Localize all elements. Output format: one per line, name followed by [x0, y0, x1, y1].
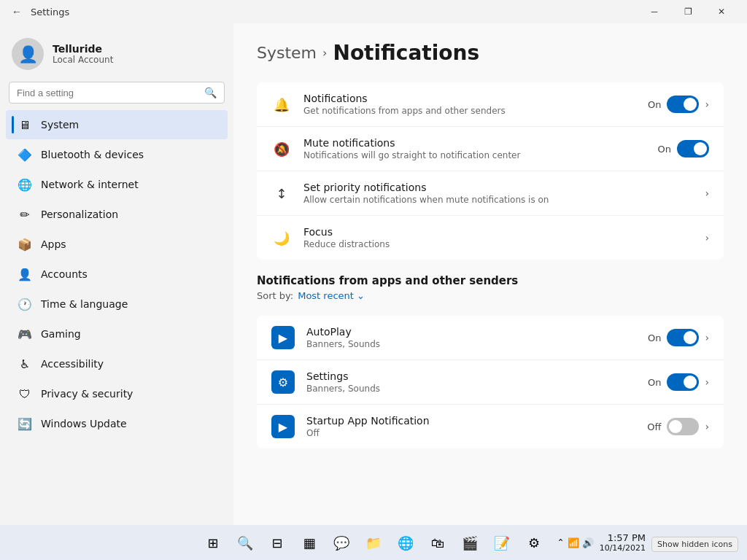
app-icon-settings: ⚙ — [271, 370, 295, 394]
search-box[interactable]: 🔍 — [9, 82, 225, 104]
taskbar-app-explorer[interactable]: 📁 — [359, 528, 388, 557]
app-status-startupapp: Off — [647, 421, 661, 432]
sidebar-item-update[interactable]: 🔄 Windows Update — [6, 409, 228, 438]
row-text-focus: Focus Reduce distractions — [303, 226, 693, 249]
nav-label-bluetooth: Bluetooth & devices — [41, 149, 144, 160]
sidebar-item-system[interactable]: 🖥 System — [6, 110, 228, 139]
nav-label-privacy: Privacy & security — [41, 388, 133, 400]
apps-section-header: Notifications from apps and other sender… — [257, 262, 724, 316]
chevron-icon-priority: › — [705, 187, 709, 199]
sidebar-item-apps[interactable]: 📦 Apps — [6, 230, 228, 259]
sidebar-item-accessibility[interactable]: ♿ Accessibility — [6, 349, 228, 378]
clock-date: 10/14/2021 — [600, 543, 646, 553]
app-right-autoplay: On › — [648, 329, 709, 346]
window-controls: ─ ❐ ✕ — [638, 0, 738, 23]
maximize-button[interactable]: ❐ — [671, 0, 705, 23]
nav-icon-privacy: 🛡 — [18, 386, 32, 401]
row-title-priority: Set priority notifications — [303, 182, 693, 193]
taskbar-app-start[interactable]: ⊞ — [198, 528, 228, 557]
nav-icon-personalization: ✏️ — [18, 207, 32, 222]
app-row-settings[interactable]: ⚙ Settings Banners, Sounds On › — [257, 360, 724, 405]
toggle-mute[interactable] — [677, 140, 709, 158]
app-toggle-startupapp[interactable] — [667, 418, 699, 435]
app-title-settings: Settings — [306, 370, 636, 382]
app-status-settings: On — [648, 377, 661, 388]
taskbar-app-settings2[interactable]: ⚙ — [519, 528, 549, 557]
sidebar-item-accounts[interactable]: 👤 Accounts — [6, 260, 228, 289]
row-title-focus: Focus — [303, 226, 693, 238]
nav-container: 🖥 System 🔷 Bluetooth & devices 🌐 Network… — [0, 109, 233, 439]
sort-dropdown[interactable]: Most recent ⌄ — [298, 290, 365, 301]
sidebar-item-network[interactable]: 🌐 Network & internet — [6, 170, 228, 199]
app-right-startupapp: Off › — [647, 418, 709, 435]
chevron-icon-focus: › — [705, 232, 709, 244]
settings-row-priority[interactable]: ↕ Set priority notifications Allow certa… — [257, 171, 724, 216]
toggle-notifications[interactable] — [667, 96, 699, 113]
taskbar: ⊞🔍⊟▦💬📁🌐🛍🎬📝⚙ ⌃ 📶 🔊 1:57 PM 10/14/2021 Sho… — [0, 525, 747, 560]
nav-icon-system: 🖥 — [18, 117, 32, 132]
app-desc-settings: Banners, Sounds — [306, 384, 636, 394]
row-desc-notifications: Get notifications from apps and other se… — [303, 106, 636, 116]
app-chevron-settings: › — [705, 376, 709, 388]
settings-row-mute[interactable]: 🔕 Mute notifications Notifications will … — [257, 127, 724, 171]
app-toggle-settings[interactable] — [667, 373, 699, 391]
search-input[interactable] — [17, 88, 198, 98]
row-text-mute: Mute notifications Notifications will go… — [303, 137, 646, 160]
minimize-button[interactable]: ─ — [638, 0, 671, 23]
row-icon-priority: ↕ — [271, 183, 292, 203]
app-desc-autoplay: Banners, Sounds — [306, 339, 636, 349]
sort-label: Sort by: — [257, 290, 293, 301]
taskbar-app-store[interactable]: 🛍 — [423, 528, 452, 557]
taskbar-app-chat[interactable]: 💬 — [327, 528, 356, 557]
taskbar-app-search[interactable]: 🔍 — [231, 528, 260, 557]
sort-row: Sort by: Most recent ⌄ — [257, 287, 724, 310]
taskbar-app-media[interactable]: 🎬 — [455, 528, 484, 557]
nav-label-personalization: Personalization — [41, 209, 118, 220]
main-settings-card: 🔔 Notifications Get notifications from a… — [257, 82, 724, 260]
system-clock[interactable]: 1:57 PM 10/14/2021 — [600, 532, 646, 553]
app-row-autoplay[interactable]: ▶ AutoPlay Banners, Sounds On › — [257, 316, 724, 360]
sidebar-item-gaming[interactable]: 🎮 Gaming — [6, 319, 228, 349]
avatar: 👤 — [12, 38, 44, 70]
taskbar-app-notepad[interactable]: 📝 — [487, 528, 516, 557]
nav-label-accessibility: Accessibility — [41, 358, 104, 370]
app-title-autoplay: AutoPlay — [306, 326, 636, 338]
row-icon-notifications: 🔔 — [271, 94, 292, 114]
app-status-autoplay: On — [648, 332, 661, 343]
nav-label-gaming: Gaming — [41, 328, 81, 340]
close-button[interactable]: ✕ — [705, 0, 738, 23]
nav-icon-time: 🕐 — [18, 297, 32, 311]
app-toggle-autoplay[interactable] — [667, 329, 699, 346]
sidebar-item-time[interactable]: 🕐 Time & language — [6, 289, 228, 319]
app-title: Settings — [31, 7, 69, 18]
app-icon-autoplay: ▶ — [271, 326, 295, 349]
sidebar-item-privacy[interactable]: 🛡 Privacy & security — [6, 379, 228, 408]
status-notifications: On — [648, 99, 661, 110]
taskbar-app-widgets[interactable]: ▦ — [295, 528, 324, 557]
sidebar-item-bluetooth[interactable]: 🔷 Bluetooth & devices — [6, 140, 228, 169]
app-text-settings: Settings Banners, Sounds — [306, 370, 636, 394]
nav-icon-gaming: 🎮 — [18, 327, 32, 341]
nav-label-accounts: Accounts — [41, 268, 88, 280]
settings-row-notifications[interactable]: 🔔 Notifications Get notifications from a… — [257, 82, 724, 127]
row-right-priority: › — [705, 187, 709, 199]
row-right-notifications: On › — [648, 96, 709, 113]
app-row-startupapp[interactable]: ▶ Startup App Notification Off Off › — [257, 405, 724, 448]
tooltip-text: Show hidden icons — [651, 537, 738, 552]
hidden-icons-button[interactable]: ⌃ — [557, 537, 565, 548]
app-text-autoplay: AutoPlay Banners, Sounds — [306, 326, 636, 349]
sidebar-item-personalization[interactable]: ✏️ Personalization — [6, 200, 228, 229]
breadcrumb-arrow: › — [322, 46, 327, 60]
nav-icon-network: 🌐 — [18, 177, 32, 192]
row-desc-mute: Notifications will go straight to notifi… — [303, 150, 646, 160]
taskbar-app-taskview[interactable]: ⊟ — [263, 528, 292, 557]
nav-label-system: System — [41, 119, 79, 131]
settings-row-focus[interactable]: 🌙 Focus Reduce distractions › — [257, 216, 724, 260]
apps-card: ▶ AutoPlay Banners, Sounds On › ⚙ Settin… — [257, 316, 724, 448]
back-button[interactable]: ← — [9, 3, 25, 20]
row-icon-mute: 🔕 — [271, 139, 292, 159]
chevron-icon-notifications: › — [705, 98, 709, 110]
user-name: Telluride — [53, 43, 113, 55]
taskbar-app-edge[interactable]: 🌐 — [391, 528, 420, 557]
nav-label-update: Windows Update — [41, 418, 127, 429]
